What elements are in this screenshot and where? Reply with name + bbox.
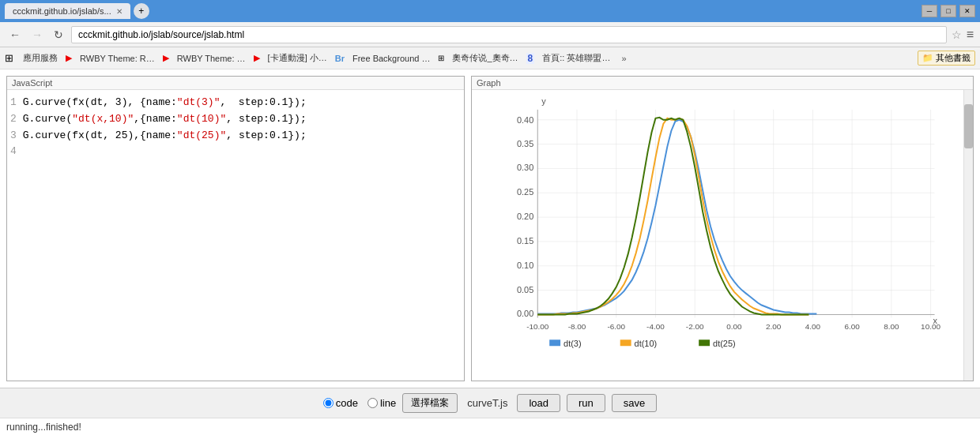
bookmarks-bar: ⊞ 應用服務 ▶ RWBY Theme: R… ▶ RWBY Theme: … … xyxy=(0,47,980,69)
load-button[interactable]: load xyxy=(517,394,560,412)
svg-text:y: y xyxy=(541,96,546,106)
line-numbers: 1 2 3 4 xyxy=(10,95,17,376)
br-icon: Br xyxy=(335,54,345,63)
code-content: G.curve(fx(dt, 3), {name:"dt(3)", step:0… xyxy=(23,95,461,376)
apps-icon: ⊞ xyxy=(5,52,13,64)
youtube-icon-2: ▶ xyxy=(163,53,169,63)
radio-code-label: code xyxy=(336,397,358,409)
graph-area: 0.40 0.35 0.30 0.25 0.20 0.15 0.10 0.05 … xyxy=(472,90,973,381)
bookmarks-more-button[interactable]: » xyxy=(618,52,629,65)
svg-text:-10.00: -10.00 xyxy=(526,322,549,331)
bookmark-star-icon[interactable]: ☆ xyxy=(952,28,962,41)
status-bar: running...finished! xyxy=(0,418,980,435)
svg-text:8.00: 8.00 xyxy=(884,322,899,331)
bottom-bar: code line 選擇檔案 curveT.js load run save xyxy=(0,388,980,418)
code-editor[interactable]: 1 2 3 4 G.curve(fx(dt, 3), {name:"dt(3)"… xyxy=(7,90,464,381)
svg-text:0.00: 0.00 xyxy=(726,322,742,331)
svg-text:-2.00: -2.00 xyxy=(686,322,704,331)
svg-text:0.25: 0.25 xyxy=(517,187,533,197)
window-controls: ─ □ ✕ xyxy=(922,5,975,17)
graph-svg: 0.40 0.35 0.30 0.25 0.20 0.15 0.10 0.05 … xyxy=(472,90,973,381)
filename-display: curveT.js xyxy=(467,397,507,409)
svg-text:0.30: 0.30 xyxy=(517,163,533,172)
radio-line[interactable]: line xyxy=(368,397,396,409)
svg-text:0.35: 0.35 xyxy=(517,139,533,148)
svg-text:2.00: 2.00 xyxy=(766,322,782,331)
save-button[interactable]: save xyxy=(612,394,657,412)
close-button[interactable]: ✕ xyxy=(959,5,975,17)
svg-rect-0 xyxy=(503,90,943,381)
radio-line-label: line xyxy=(380,397,396,409)
new-tab-button[interactable]: + xyxy=(134,3,149,19)
address-input[interactable] xyxy=(71,26,947,43)
svg-text:0.40: 0.40 xyxy=(517,115,533,125)
svg-text:-8.00: -8.00 xyxy=(568,322,586,331)
legend-color-dt10 xyxy=(620,339,631,346)
radio-group: code line xyxy=(323,397,396,409)
legend-label-dt25: dt(25) xyxy=(713,339,736,348)
title-bar: ccckmit.github.io/jslab/s... ✕ + ─ □ ✕ xyxy=(0,0,980,22)
js-panel-title: JavaScript xyxy=(7,77,464,90)
bookmark-bg[interactable]: Free Background … xyxy=(348,52,435,65)
radio-code-input[interactable] xyxy=(323,398,334,408)
tab-close-icon[interactable]: ✕ xyxy=(116,7,122,16)
content-area: JavaScript 1 2 3 4 G.curve(fx(dt, 3), {n… xyxy=(0,69,980,388)
svg-text:x: x xyxy=(933,316,938,325)
scrollbar[interactable] xyxy=(963,90,973,381)
svg-text:4.00: 4.00 xyxy=(805,322,821,331)
svg-text:0.05: 0.05 xyxy=(517,285,533,294)
code-line-3: G.curve(fx(dt, 25),{name:"dt(25)", step:… xyxy=(23,128,461,144)
play-icon: ▶ xyxy=(254,53,260,63)
browser-tab[interactable]: ccckmit.github.io/jslab/s... ✕ xyxy=(5,3,130,19)
choose-file-button[interactable]: 選擇檔案 xyxy=(402,393,458,413)
menu-icon[interactable]: ≡ xyxy=(967,28,974,42)
main-content: JavaScript 1 2 3 4 G.curve(fx(dt, 3), {n… xyxy=(0,69,980,435)
svg-text:-4.00: -4.00 xyxy=(646,322,665,331)
reload-button[interactable]: ↻ xyxy=(51,27,66,43)
svg-text:10.00: 10.00 xyxy=(921,322,940,331)
grid-icon: ⊞ xyxy=(438,54,444,62)
legend-label-dt10: dt(10) xyxy=(635,339,658,348)
bookmark-rwby1[interactable]: RWBY Theme: R… xyxy=(75,52,160,65)
svg-text:6.00: 6.00 xyxy=(844,322,860,331)
status-message: running...finished! xyxy=(6,422,81,433)
svg-text:0.20: 0.20 xyxy=(517,212,533,221)
svg-text:-6.00: -6.00 xyxy=(607,322,625,331)
legend-label-dt3: dt(3) xyxy=(564,339,582,348)
code-line-2: G.curve("dt(x,10)",{name:"dt(10)", step:… xyxy=(23,111,461,128)
code-line-1: G.curve(fx(dt, 3), {name:"dt(3)", step:0… xyxy=(23,95,461,111)
bookmark-aoqi[interactable]: 奧奇传说_奧奇… xyxy=(447,51,522,66)
other-bookmarks[interactable]: 📁 其他書籤 xyxy=(918,51,975,66)
address-bar: ← → ↻ ☆ ≡ xyxy=(0,22,980,47)
maximize-button[interactable]: □ xyxy=(940,5,956,17)
svg-text:0.10: 0.10 xyxy=(517,261,533,270)
svg-text:0.15: 0.15 xyxy=(517,236,533,246)
youtube-icon-1: ▶ xyxy=(66,53,72,63)
radio-code[interactable]: code xyxy=(323,397,358,409)
code-line-4 xyxy=(23,144,461,160)
javascript-panel: JavaScript 1 2 3 4 G.curve(fx(dt, 3), {n… xyxy=(6,76,465,381)
graph-panel-title: Graph xyxy=(472,77,973,90)
8-icon: 8 xyxy=(526,53,535,64)
bookmark-apps[interactable]: 應用服務 xyxy=(18,51,62,66)
graph-panel: Graph 0.40 0.35 0.30 0.25 0.20 0.15 0.10… xyxy=(471,76,974,381)
bookmark-lol[interactable]: 首頁:: 英雄聯盟… xyxy=(537,51,615,66)
run-button[interactable]: run xyxy=(567,394,605,412)
bookmark-cartoon[interactable]: [卡通動漫] 小… xyxy=(263,51,332,66)
forward-button[interactable]: → xyxy=(28,27,46,43)
legend-color-dt25 xyxy=(699,339,710,346)
svg-text:0.00: 0.00 xyxy=(517,309,533,318)
scroll-thumb[interactable] xyxy=(964,104,973,148)
back-button[interactable]: ← xyxy=(6,27,24,43)
bookmark-rwby2[interactable]: RWBY Theme: … xyxy=(172,52,251,65)
minimize-button[interactable]: ─ xyxy=(922,5,937,17)
radio-line-input[interactable] xyxy=(368,398,378,408)
legend-color-dt3 xyxy=(549,339,560,346)
tab-title: ccckmit.github.io/jslab/s... xyxy=(13,6,111,16)
